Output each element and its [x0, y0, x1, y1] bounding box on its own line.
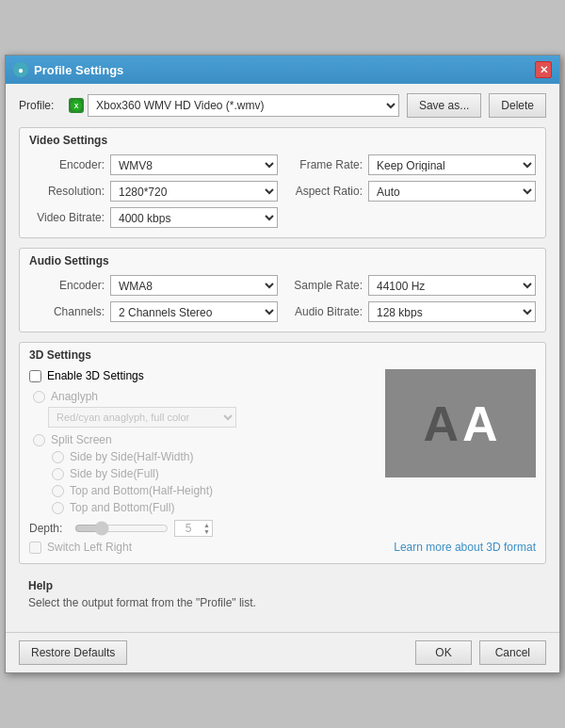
help-title: Help — [28, 579, 537, 592]
channels-row: Channels: 2 Channels Stereo — [29, 301, 278, 322]
save-as-button[interactable]: Save as... — [407, 93, 481, 118]
enable-3d-row: Enable 3D Settings — [29, 369, 376, 382]
split-screen-row: Split Screen — [29, 433, 376, 446]
encoder-row: Encoder: WMV8 — [29, 154, 278, 175]
side-by-side-full-radio[interactable] — [52, 468, 64, 480]
top-bottom-full-label: Top and Bottom(Full) — [70, 501, 174, 514]
audio-encoder-row: Encoder: WMA8 — [29, 275, 278, 296]
side-by-side-full-row: Side by Side(Full) — [48, 467, 376, 480]
anaglyph-row: Anaglyph — [29, 390, 376, 403]
sample-rate-select[interactable]: 44100 Hz — [368, 275, 536, 296]
title-bar: ● Profile Settings ✕ — [6, 56, 559, 84]
video-settings-grid: Encoder: WMV8 Frame Rate: Keep Original … — [29, 154, 536, 228]
encoder-label: Encoder: — [29, 158, 105, 171]
3d-left: Enable 3D Settings Anaglyph Red/cyan ana… — [29, 369, 376, 554]
profile-row: Profile: X Xbox360 WMV HD Video (*.wmv) … — [19, 93, 546, 118]
audio-settings-section: Audio Settings Encoder: WMA8 Sample Rate… — [19, 248, 546, 332]
audio-encoder-label: Encoder: — [29, 279, 105, 292]
3d-preview: A A — [385, 369, 536, 477]
app-icon: ● — [13, 62, 28, 77]
sample-rate-row: Sample Rate: 44100 Hz — [287, 275, 536, 296]
3d-settings-title: 3D Settings — [29, 348, 536, 362]
enable-3d-checkbox[interactable] — [29, 370, 41, 382]
anaglyph-radio[interactable] — [33, 391, 45, 403]
depth-down-button[interactable]: ▼ — [202, 528, 212, 535]
channels-select[interactable]: 2 Channels Stereo — [110, 301, 278, 322]
video-bitrate-label: Video Bitrate: — [29, 211, 105, 224]
aspect-ratio-label: Aspect Ratio: — [287, 185, 363, 198]
side-by-side-half-label: Side by Side(Half-Width) — [70, 450, 193, 463]
channels-label: Channels: — [29, 305, 105, 318]
title-bar-left: ● Profile Settings — [13, 62, 123, 77]
aspect-ratio-select[interactable]: Auto — [368, 181, 536, 202]
split-screen-radio[interactable] — [33, 434, 45, 446]
video-settings-title: Video Settings — [29, 134, 536, 147]
dialog-footer: Restore Defaults OK Cancel — [6, 632, 559, 672]
top-bottom-half-row: Top and Bottom(Half-Height) — [48, 484, 376, 497]
resolution-row: Resolution: 1280*720 — [29, 181, 278, 202]
side-by-side-full-label: Side by Side(Full) — [70, 467, 159, 480]
resolution-label: Resolution: — [29, 185, 105, 198]
depth-value-wrap: 5 ▲ ▼ — [174, 520, 213, 537]
frame-rate-label: Frame Rate: — [287, 158, 363, 171]
top-bottom-half-radio[interactable] — [52, 485, 64, 497]
audio-bitrate-select[interactable]: 128 kbps — [368, 301, 536, 322]
switch-left-right-checkbox[interactable] — [29, 542, 41, 554]
cancel-button[interactable]: Cancel — [479, 640, 546, 665]
3d-content: Enable 3D Settings Anaglyph Red/cyan ana… — [29, 369, 536, 554]
learn-more-row: Learn more about 3D format — [394, 541, 536, 554]
preview-letter-1: A — [423, 399, 459, 448]
side-by-side-half-row: Side by Side(Half-Width) — [48, 450, 376, 463]
help-text: Select the output format from the "Profi… — [28, 596, 537, 609]
video-bitrate-select[interactable]: 4000 kbps — [110, 207, 278, 228]
resolution-select[interactable]: 1280*720 — [110, 181, 278, 202]
split-screen-options: Side by Side(Half-Width) Side by Side(Fu… — [29, 450, 376, 514]
3d-settings-section: 3D Settings Enable 3D Settings Anaglyph … — [19, 342, 546, 564]
audio-encoder-select[interactable]: WMA8 — [110, 275, 278, 296]
svg-text:X: X — [74, 103, 79, 109]
top-bottom-half-label: Top and Bottom(Half-Height) — [70, 484, 213, 497]
aspect-ratio-row: Aspect Ratio: Auto — [287, 181, 536, 202]
video-settings-section: Video Settings Encoder: WMV8 Frame Rate:… — [19, 127, 546, 238]
preview-letter-2: A — [462, 399, 498, 448]
profile-select[interactable]: Xbox360 WMV HD Video (*.wmv) — [88, 94, 399, 117]
audio-bitrate-label: Audio Bitrate: — [287, 305, 363, 318]
audio-bitrate-row: Audio Bitrate: 128 kbps — [287, 301, 536, 322]
depth-label: Depth: — [29, 522, 69, 535]
ok-button[interactable]: OK — [415, 640, 471, 665]
audio-settings-grid: Encoder: WMA8 Sample Rate: 44100 Hz Chan… — [29, 275, 536, 322]
depth-spinner: ▲ ▼ — [202, 522, 212, 535]
side-by-side-half-radio[interactable] — [52, 451, 64, 463]
profile-select-wrap: X Xbox360 WMV HD Video (*.wmv) — [69, 94, 399, 117]
delete-button[interactable]: Delete — [489, 93, 546, 118]
profile-settings-dialog: ● Profile Settings ✕ Profile: X Xbox360 … — [5, 55, 560, 673]
switch-left-right-label: Switch Left Right — [47, 541, 132, 554]
depth-slider[interactable] — [74, 521, 169, 536]
audio-settings-title: Audio Settings — [29, 254, 536, 267]
aa-preview-letters: A A — [423, 399, 497, 448]
anaglyph-select[interactable]: Red/cyan anaglyph, full color — [48, 407, 236, 428]
video-bitrate-row: Video Bitrate: 4000 kbps — [29, 207, 278, 228]
depth-row: Depth: 5 ▲ ▼ — [29, 520, 376, 537]
restore-defaults-button[interactable]: Restore Defaults — [19, 640, 127, 665]
learn-more-link[interactable]: Learn more about 3D format — [394, 541, 536, 554]
anaglyph-label: Anaglyph — [51, 390, 98, 403]
footer-right: OK Cancel — [415, 640, 546, 665]
switch-row: Switch Left Right — [29, 541, 376, 554]
top-bottom-full-row: Top and Bottom(Full) — [48, 501, 376, 514]
depth-up-button[interactable]: ▲ — [202, 522, 212, 528]
depth-value: 5 — [175, 521, 202, 536]
profile-icon: X — [69, 98, 84, 113]
close-button[interactable]: ✕ — [535, 61, 552, 78]
frame-rate-row: Frame Rate: Keep Original — [287, 154, 536, 175]
profile-label: Profile: — [19, 99, 61, 112]
help-section: Help Select the output format from the "… — [19, 574, 546, 615]
dialog-title: Profile Settings — [34, 63, 123, 77]
enable-3d-label: Enable 3D Settings — [47, 369, 144, 382]
encoder-select[interactable]: WMV8 — [110, 154, 278, 175]
sample-rate-label: Sample Rate: — [287, 279, 363, 292]
dialog-body: Profile: X Xbox360 WMV HD Video (*.wmv) … — [6, 84, 559, 632]
frame-rate-select[interactable]: Keep Original — [368, 154, 536, 175]
split-screen-label: Split Screen — [51, 433, 112, 446]
top-bottom-full-radio[interactable] — [52, 502, 64, 514]
